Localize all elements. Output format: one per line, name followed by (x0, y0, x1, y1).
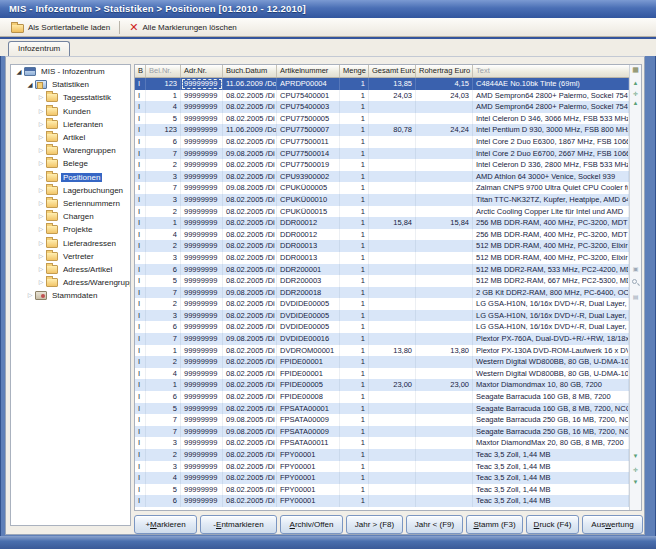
table-row[interactable]: I59999999908.02.2005 /DiCPU775000051Inte… (135, 113, 629, 125)
expand-arrow-icon[interactable]: ▷ (36, 223, 46, 236)
table-row[interactable]: I49999999908.02.2005 /DiFPY000011Teac 3,… (135, 472, 629, 484)
tree-item-stammdaten[interactable]: ▷Stammdaten (11, 289, 130, 302)
table-row[interactable]: I69999999908.02.2005 /DiDVDIDE000051LG G… (135, 321, 629, 333)
jahr-f8--button[interactable]: Jahr > (F8) (346, 515, 403, 534)
expand-arrow-icon[interactable]: ▷ (36, 118, 46, 131)
scroll-top-icon[interactable]: ▲ (630, 80, 641, 86)
load-sort-table-button[interactable]: Als Sortiertabelle laden (5, 19, 116, 35)
expand-arrow-icon[interactable]: ▷ (36, 131, 46, 144)
collapse-arrow-icon[interactable]: ◢ (14, 65, 24, 78)
table-row[interactable]: I29999999908.02.2005 /DiCPU775000191Inte… (135, 159, 629, 171)
table-row[interactable]: I79999999909.08.2005 /DiDDR20001812 GB K… (135, 287, 629, 299)
table-row[interactable]: I19999999908.02.2005 /DiFPIDE00005123,00… (135, 379, 629, 391)
expand-arrow-icon[interactable]: ▷ (36, 197, 46, 210)
column-header-text[interactable]: Text (473, 65, 641, 77)
tree-item-lagerbuchungen[interactable]: ▷Lagerbuchungen (11, 184, 130, 197)
column-chooser-icon[interactable]: ▦ (630, 66, 641, 74)
table-row[interactable]: I69999999908.02.2005 /DiFPIDE000081Seaga… (135, 391, 629, 403)
table-row[interactable]: I79999999909.08.2005 /DiDVDIDE000161Plex… (135, 333, 629, 345)
auswertung-button[interactable]: Auswertung (582, 515, 643, 534)
column-header-rohertrag-euro[interactable]: Rohertrag Euro (416, 65, 473, 77)
table-row[interactable]: I79999999909.08.2005 /DiCPUKÜ000051Zalma… (135, 182, 629, 194)
druck-f4--button[interactable]: Druck (F4) (526, 515, 579, 534)
table-row[interactable]: I39999999908.02.2005 /DiFPY000011Teac 3,… (135, 461, 629, 473)
tree-item-kunden[interactable]: ▷Kunden (11, 105, 130, 118)
table-row[interactable]: I29999999908.02.2005 /DiDVDIDE000051LG G… (135, 298, 629, 310)
list-icon[interactable]: ▤ (630, 293, 641, 300)
column-header-bel-nr-[interactable]: Bel.Nr. (146, 65, 181, 77)
expand-arrow-icon[interactable]: ▷ (36, 171, 46, 184)
expand-arrow-icon[interactable]: ▷ (36, 263, 46, 276)
tree-item-belege[interactable]: ▷Belege (11, 157, 130, 170)
expand-arrow-icon[interactable]: ▷ (36, 250, 46, 263)
table-row[interactable]: I29999999908.02.2005 /DiFPY000011Teac 3,… (135, 449, 629, 461)
expand-arrow-icon[interactable]: ▷ (36, 276, 46, 289)
tree-item-artikel[interactable]: ▷Artikel (11, 131, 130, 144)
search-icon[interactable] (632, 279, 637, 284)
expand-arrow-icon[interactable]: ▷ (36, 210, 46, 223)
jahr-f9--button[interactable]: Jahr < (F9) (406, 515, 463, 534)
table-row[interactable]: I1239999999911.06.2009 /DoCPU77500007180… (135, 124, 629, 136)
expand-arrow-icon[interactable]: ▷ (36, 184, 46, 197)
tree-item-tagesstatistik[interactable]: ▷Tagesstatistik (11, 91, 130, 104)
table-row[interactable]: I59999999908.02.2005 /DiDDR2000031512 MB… (135, 275, 629, 287)
-entmarkieren-button[interactable]: - Entmarkieren (200, 515, 277, 534)
table-row[interactable]: I49999999908.02.2005 /DiDDR000121256 MB … (135, 229, 629, 241)
table-row[interactable]: I59999999908.02.2005 /DiFPY000011Teac 3,… (135, 484, 629, 496)
scroll-bottom-icon[interactable]: ▼ (630, 479, 641, 485)
expand-arrow-icon[interactable]: ▷ (36, 157, 46, 170)
tree-item-projekte[interactable]: ▷Projekte (11, 223, 130, 236)
expand-arrow-icon[interactable]: ▷ (36, 91, 46, 104)
collapse-arrow-icon[interactable]: ◢ (25, 78, 35, 91)
table-row[interactable]: I69999999908.02.2005 /DiDDR2000011512 MB… (135, 264, 629, 276)
column-header-buch-datum[interactable]: Buch.Datum (223, 65, 277, 77)
scroll-down-icon[interactable]: ▼ (630, 453, 641, 459)
table-row[interactable]: I29999999908.02.2005 /DiDDR000131512 MB … (135, 240, 629, 252)
table-row[interactable]: I39999999908.02.2005 /DiDDR000131512 MB … (135, 252, 629, 264)
add-row-icon[interactable]: ✛ (630, 466, 641, 473)
expand-arrow-icon[interactable]: ▷ (36, 105, 46, 118)
table-row[interactable]: I49999999908.02.2005 /DiFPIDE000011Weste… (135, 368, 629, 380)
table-row[interactable]: I19999999908.02.2005 /DiCPU75400001124,0… (135, 90, 629, 102)
column-header-artikelnummer[interactable]: Artikelnummer (277, 65, 340, 77)
clear-marks-button[interactable]: ✕ Alle Markierungen löschen (123, 19, 243, 35)
table-row[interactable]: I79999999909.08.2005 /DiCPU775000141Inte… (135, 148, 629, 160)
tree-item-adress-warengruppen[interactable]: ▷Adress/Warengruppen (11, 276, 130, 289)
tree-item-statistiken[interactable]: ◢Statistiken (11, 78, 130, 91)
table-row[interactable]: I1239999999911.06.2009 /DoAPRDP00004113,… (135, 78, 629, 90)
tree-item-positionen[interactable]: ▷Positionen (11, 171, 130, 184)
archiv-offen-button[interactable]: Archiv/Offen (280, 515, 343, 534)
expand-arrow-icon[interactable]: ▷ (25, 289, 35, 302)
table-row[interactable]: I29999999908.02.2005 /DiFPIDE000011Weste… (135, 356, 629, 368)
table-row[interactable]: I79999999909.08.2005 /DiFPSATA000091Seag… (135, 414, 629, 426)
table-row[interactable]: I19999999908.02.2005 /DiDVDROM00001113,8… (135, 345, 629, 357)
tree-item-warengruppen[interactable]: ▷Warengruppen (11, 144, 130, 157)
table-row[interactable]: I39999999908.02.2005 /DiDVDIDE000051LG G… (135, 310, 629, 322)
expand-arrow-icon[interactable]: ▷ (36, 144, 46, 157)
tree-item-chargen[interactable]: ▷Chargen (11, 210, 130, 223)
table-row[interactable]: I79999999909.08.2005 /DiFPSATA000091Seag… (135, 426, 629, 438)
column-header-b[interactable]: B (135, 65, 146, 77)
table-row[interactable]: I49999999908.02.2005 /DiCPU754000031AMD … (135, 101, 629, 113)
tree-item-seriennummern[interactable]: ▷Seriennummern (11, 197, 130, 210)
table-row[interactable]: I59999999908.02.2005 /DiFPSATA000011Seag… (135, 403, 629, 415)
table-row[interactable]: I39999999908.02.2005 /DiFPSATA000111Maxt… (135, 437, 629, 449)
table-row[interactable]: I19999999908.02.2005 /DiDDR00012115,8415… (135, 217, 629, 229)
column-header-adr-nr-[interactable]: Adr.Nr. (181, 65, 223, 77)
insert-row-icon[interactable]: ✛ (630, 90, 641, 97)
screen-icon[interactable]: ▣ (630, 265, 641, 272)
table-row[interactable]: I69999999908.02.2005 /DiCPU775000111Inte… (135, 136, 629, 148)
tab-infozentrum[interactable]: Infozentrum (8, 41, 70, 56)
table-row[interactable]: I39999999908.02.2005 /DiCPUKÜ000101Titan… (135, 194, 629, 206)
table-row[interactable]: I29999999908.02.2005 /DiCPUKÜ000151Arcti… (135, 206, 629, 218)
scroll-up-icon[interactable]: ▲ (630, 100, 641, 106)
tree-item-lieferanten[interactable]: ▷Lieferanten (11, 118, 130, 131)
tree-item-adress-artikel[interactable]: ▷Adress/Artikel (11, 263, 130, 276)
stamm-f3--button[interactable]: Stamm (F3) (466, 515, 523, 534)
column-header-gesamt-euro[interactable]: Gesamt Euro (369, 65, 416, 77)
-markieren-button[interactable]: + Markieren (134, 515, 197, 534)
tree-item-mis-infozentrum[interactable]: ◢MIS - Infozentrum (11, 65, 130, 78)
table-row[interactable]: I39999999908.02.2005 /DiCPU939000021AMD … (135, 171, 629, 183)
tree-item-lieferadressen[interactable]: ▷Lieferadressen (11, 236, 130, 249)
tree-item-vertreter[interactable]: ▷Vertreter (11, 250, 130, 263)
